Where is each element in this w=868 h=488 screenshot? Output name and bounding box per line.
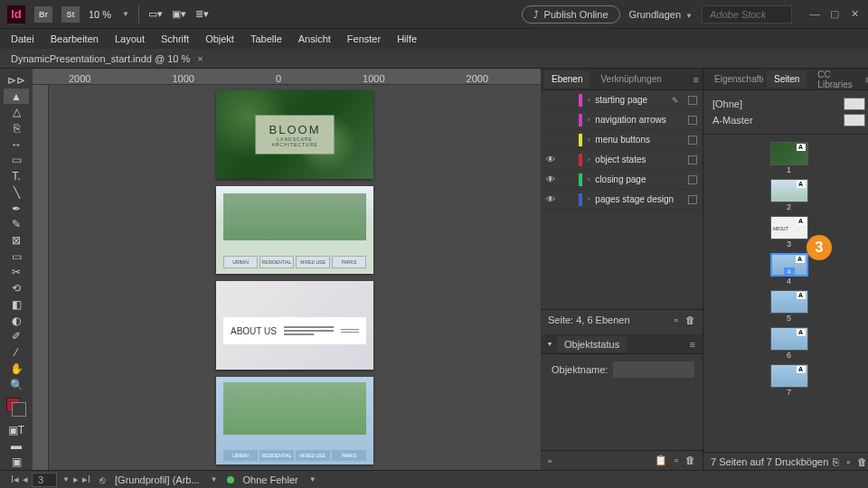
line-tool[interactable]: ╲ [4, 184, 29, 201]
menu-objekt[interactable]: Objekt [205, 33, 234, 44]
pencil-tool[interactable]: ✎ [4, 216, 29, 232]
visibility-icon[interactable]: 👁 [546, 174, 557, 184]
trash-icon[interactable]: 🗑 [857, 456, 867, 467]
layer-row[interactable]: 👁›pages stage design [541, 190, 703, 210]
bridge-icon[interactable]: Br [34, 6, 52, 23]
master-a[interactable]: A-Master [712, 115, 753, 126]
expand-arrow-icon[interactable]: › [588, 136, 590, 143]
expand-arrow-icon[interactable]: › [588, 117, 590, 123]
view-options-icon[interactable]: ▭▾ [148, 8, 163, 20]
selection-indicator[interactable] [688, 155, 697, 164]
next-page-icon[interactable]: ▸ [73, 474, 79, 485]
page-navigator[interactable]: I◂ ◂ 3 ▼ ▸ ▸I [11, 473, 90, 487]
screen-mode-tool[interactable]: ▣ [4, 454, 29, 470]
gradient-swatch-tool[interactable]: ◧ [4, 296, 29, 313]
paste-icon[interactable]: 📋 [655, 455, 667, 466]
selection-indicator[interactable] [688, 96, 697, 105]
pen-tool[interactable]: ✒ [4, 201, 29, 217]
expand-arrow-icon[interactable]: › [588, 97, 590, 103]
page-thumbnail[interactable]: A [770, 364, 808, 388]
gap-tool[interactable]: ↔ [4, 136, 29, 153]
fill-stroke-swatch[interactable] [6, 398, 26, 417]
type-tool[interactable]: T. [4, 168, 29, 184]
page-spread-4[interactable]: URBANRESIDENTIALMIXED USEPARKS [216, 377, 373, 465]
objectname-input[interactable] [613, 361, 694, 378]
new-layer-icon[interactable]: ▫ [675, 314, 678, 325]
tab-ebenen[interactable]: Ebenen [544, 70, 590, 88]
menu-ansicht[interactable]: Ansicht [298, 33, 331, 44]
tab-verknuepfungen[interactable]: Verknüpfungen [593, 70, 668, 88]
pasteboard[interactable]: BLOOMLANDSCAPE ARCHITECTURE URBANRESIDEN… [49, 85, 541, 470]
profile-text[interactable]: [Grundprofil] (Arb... [115, 474, 200, 485]
screen-mode-icon[interactable]: ▣▾ [172, 8, 186, 20]
page-thumbnail[interactable]: A [770, 216, 808, 239]
trash-icon[interactable]: 🗑 [685, 455, 695, 466]
menu-hilfe[interactable]: Hilfe [397, 33, 417, 44]
layer-row[interactable]: ›starting page✎ [541, 90, 703, 110]
stock-icon[interactable]: St [61, 6, 80, 23]
new-state-icon[interactable]: ▫ [548, 455, 552, 466]
page-spread-2[interactable]: URBANRESIDENTIALMIXED USEPARKS [216, 186, 373, 275]
first-page-icon[interactable]: I◂ [11, 474, 19, 485]
collapse-icon[interactable]: ▾ [548, 340, 552, 348]
hand-tool[interactable]: ✋ [4, 361, 29, 377]
open-icon[interactable]: ⎋ [99, 474, 106, 485]
master-thumb[interactable] [844, 114, 865, 127]
minimize-icon[interactable]: — [808, 8, 821, 20]
page-thumbnail[interactable]: A [770, 179, 808, 202]
page-tool[interactable]: ⎘ [4, 120, 29, 136]
eyedropper-tool[interactable]: ⁄ [4, 344, 29, 361]
menu-bearbeiten[interactable]: Bearbeiten [51, 33, 99, 44]
layer-row[interactable]: ›navigation arrows [541, 110, 703, 130]
close-tab-icon[interactable]: × [197, 53, 203, 64]
menu-tabelle[interactable]: Tabelle [250, 33, 282, 44]
master-thumb[interactable] [844, 98, 865, 110]
edit-page-icon[interactable]: ⎘ [833, 456, 839, 467]
layer-name[interactable]: object states [595, 155, 683, 164]
menu-fenster[interactable]: Fenster [347, 33, 381, 44]
layer-row[interactable]: 👁›closing page [541, 170, 703, 190]
selection-indicator[interactable] [688, 175, 697, 184]
publish-online-button[interactable]: ⤴ Publish Online [522, 5, 620, 23]
expand-arrow-icon[interactable]: › [588, 156, 590, 163]
selection-indicator[interactable] [688, 195, 697, 204]
page-spread-3[interactable]: ABOUT US [216, 281, 373, 370]
document-tab[interactable]: DynamicPresentation_start.indd @ 10 % × [11, 53, 203, 64]
gradient-feather-tool[interactable]: ◐ [4, 313, 29, 329]
layer-row[interactable]: ›menu buttons [541, 130, 703, 150]
zoom-tool[interactable]: 🔍 [4, 377, 29, 393]
page-spread-1[interactable]: BLOOMLANDSCAPE ARCHITECTURE [216, 90, 373, 179]
workspace-switcher[interactable]: Grundlagen ▼ [629, 9, 693, 20]
layer-name[interactable]: starting page [595, 95, 666, 105]
direct-selection-tool[interactable]: △ [4, 104, 29, 120]
layer-name[interactable]: pages stage design [595, 194, 683, 204]
arrange-icon[interactable]: ≣▾ [195, 8, 209, 20]
layer-name[interactable]: navigation arrows [595, 115, 683, 125]
selection-tool[interactable]: ▲ [4, 89, 29, 105]
note-tool[interactable]: ✐ [4, 329, 29, 345]
page-thumbnail[interactable]: A [770, 142, 808, 165]
last-page-icon[interactable]: ▸I [82, 474, 90, 485]
page-thumbnail[interactable]: A [770, 290, 808, 314]
document-canvas[interactable]: 200010000100020003000 BLOOMLANDSCAPE ARC… [33, 69, 541, 470]
menu-datei[interactable]: Datei [11, 33, 34, 44]
current-page-input[interactable]: 3 [32, 473, 57, 487]
content-collector-tool[interactable]: ▭ [4, 153, 29, 169]
apply-color-icon[interactable]: ▣T [4, 422, 29, 438]
visibility-icon[interactable]: 👁 [546, 194, 557, 204]
trash-icon[interactable]: 🗑 [685, 314, 695, 325]
tab-seiten[interactable]: Seiten [767, 70, 807, 88]
default-fill-icon[interactable]: ▬ [4, 438, 29, 455]
rectangle-frame-tool[interactable]: ⊠ [4, 232, 29, 249]
panel-menu-icon[interactable]: ≡ [693, 74, 699, 85]
menu-schrift[interactable]: Schrift [161, 33, 189, 44]
page-thumbnail[interactable]: A4 [770, 253, 808, 277]
page-thumbnail[interactable]: A [770, 327, 808, 351]
selection-indicator[interactable] [688, 116, 697, 125]
layer-row[interactable]: 👁›object states [541, 150, 703, 170]
tab-eigenschaften[interactable]: Eigenschaften [707, 70, 763, 88]
free-transform-tool[interactable]: ⟲ [4, 280, 29, 296]
new-page-icon[interactable]: ▫ [846, 456, 850, 467]
selection-indicator[interactable] [688, 136, 697, 145]
chevron-down-icon[interactable]: ▼ [122, 10, 129, 18]
